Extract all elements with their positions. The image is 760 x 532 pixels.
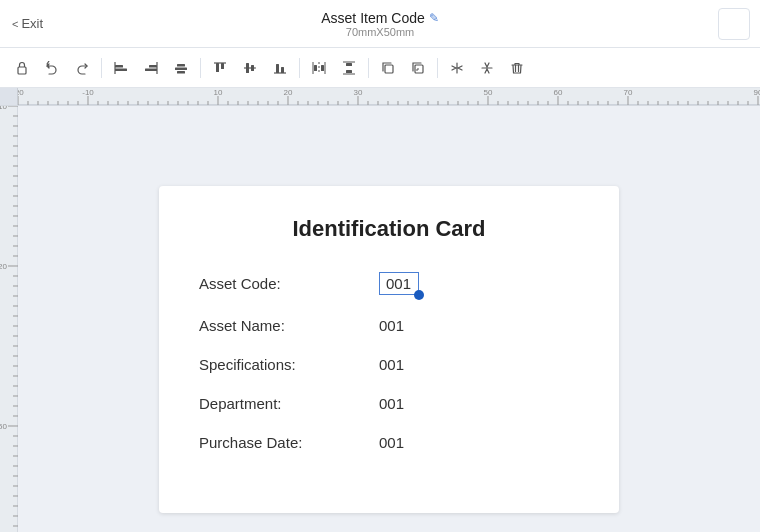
svg-rect-8 [175,67,187,70]
svg-rect-16 [276,64,279,73]
header-title: Asset Item Code ✎ [321,10,439,26]
svg-rect-11 [221,63,224,69]
align-left-outer-icon[interactable] [107,54,135,82]
field-label: Asset Name: [199,317,379,334]
copy-icon[interactable] [374,54,402,82]
align-top-icon[interactable] [206,54,234,82]
field-row: Specifications:001 [199,356,579,373]
svg-rect-19 [314,65,317,71]
label-card: Identification Card Asset Code:001Asset … [159,186,619,513]
separator-3 [299,58,300,78]
field-label: Department: [199,395,379,412]
separator-1 [101,58,102,78]
flip-h-icon[interactable] [443,54,471,82]
distribute-v-icon[interactable] [335,54,363,82]
svg-rect-7 [177,64,185,67]
header-title-wrap: Asset Item Code ✎ 70mmX50mm [321,10,439,38]
undo-icon[interactable] [38,54,66,82]
svg-rect-2 [115,68,127,71]
header-subtitle: 70mmX50mm [346,26,414,38]
redo-icon[interactable] [68,54,96,82]
field-row: Department:001 [199,395,579,412]
ruler-horizontal: // tick marks drawn via template [0,88,760,106]
distribute-h-icon[interactable] [305,54,333,82]
field-row: Purchase Date:001 [199,434,579,451]
field-row: Asset Name:001 [199,317,579,334]
chevron-left-icon: < [12,18,18,30]
canvas-area[interactable]: Identification Card Asset Code:001Asset … [18,106,760,532]
separator-2 [200,58,201,78]
field-row: Asset Code:001 [199,272,579,295]
align-bottom-icon[interactable] [266,54,294,82]
top-right-button[interactable] [718,8,750,40]
paste-special-icon[interactable] [404,54,432,82]
svg-rect-10 [216,63,219,72]
svg-rect-9 [177,71,185,74]
svg-rect-20 [321,65,324,71]
svg-rect-29 [415,65,423,73]
ruler-vertical [0,106,18,532]
field-value: 001 [379,317,404,334]
exit-button[interactable]: < Exit [12,16,43,31]
header: < Exit Asset Item Code ✎ 70mmX50mm [0,0,760,48]
align-middle-v-icon[interactable] [236,54,264,82]
card-fields: Asset Code:001Asset Name:001Specificatio… [199,272,579,451]
svg-rect-25 [346,70,352,73]
flip-v-icon[interactable] [473,54,501,82]
field-value: 001 [379,434,404,451]
field-value: 001 [379,356,404,373]
field-label: Specifications: [199,356,379,373]
exit-label: Exit [21,16,43,31]
separator-5 [437,58,438,78]
lock-icon[interactable] [8,54,36,82]
resize-handle[interactable] [414,290,424,300]
svg-rect-24 [346,63,352,66]
align-center-h-icon[interactable] [167,54,195,82]
align-right-outer-icon[interactable] [137,54,165,82]
title-text: Asset Item Code [321,10,425,26]
svg-rect-5 [145,68,157,71]
field-value: 001 [379,395,404,412]
edit-icon[interactable]: ✎ [429,11,439,25]
delete-icon[interactable] [503,54,531,82]
svg-rect-28 [385,65,393,73]
field-label: Asset Code: [199,275,379,292]
svg-rect-1 [115,65,123,68]
svg-rect-4 [149,65,157,68]
svg-rect-17 [281,67,284,73]
field-value[interactable]: 001 [379,272,419,295]
separator-4 [368,58,369,78]
svg-rect-0 [18,67,26,74]
card-title: Identification Card [199,216,579,242]
field-label: Purchase Date: [199,434,379,451]
toolbar [0,48,760,88]
